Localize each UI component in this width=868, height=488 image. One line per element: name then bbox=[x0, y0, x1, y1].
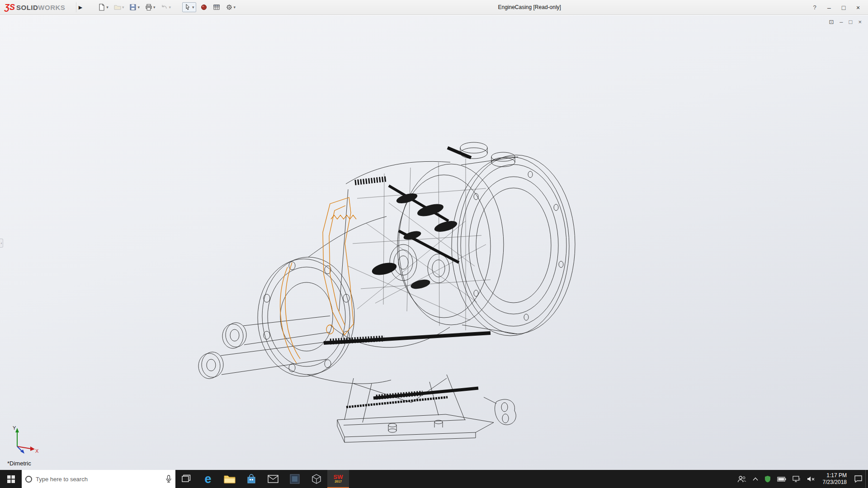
select-tool-button[interactable]: ▾ bbox=[182, 2, 196, 12]
taskbar-app-3d-viewer[interactable] bbox=[306, 470, 327, 488]
open-folder-icon bbox=[114, 4, 121, 11]
taskbar-app-photos[interactable] bbox=[284, 470, 306, 488]
taskbar-app-solidworks-active[interactable]: SW 2017 bbox=[327, 470, 349, 488]
chevron-up-icon bbox=[753, 477, 758, 481]
new-document-icon bbox=[98, 4, 105, 11]
options-button[interactable]: ▾ bbox=[224, 3, 237, 12]
microphone-icon[interactable] bbox=[165, 475, 172, 483]
people-icon bbox=[737, 475, 746, 483]
clock-date: 7/23/2018 bbox=[823, 479, 847, 486]
system-tray: 1:17 PM 7/23/2018 bbox=[734, 470, 868, 488]
network-tray-button[interactable] bbox=[789, 470, 804, 488]
taskbar-app-mail[interactable] bbox=[262, 470, 284, 488]
titlebar: ƷS SOLID WORKS ▶ ▾ ▾ ▾ bbox=[0, 0, 868, 15]
print-icon bbox=[145, 4, 152, 11]
taskbar-app-store[interactable] bbox=[241, 470, 262, 488]
cortana-icon bbox=[25, 476, 32, 483]
maximize-button[interactable]: □ bbox=[836, 4, 851, 11]
x-axis-arrow-icon bbox=[30, 446, 35, 451]
open-button[interactable]: ▾ bbox=[113, 3, 126, 12]
dropdown-arrow-icon[interactable]: ▾ bbox=[153, 5, 156, 9]
print-button[interactable]: ▾ bbox=[144, 3, 157, 12]
undo-icon bbox=[160, 4, 168, 11]
graphics-viewport[interactable]: ⊡ – □ × ‹ bbox=[0, 15, 868, 470]
dropdown-arrow-icon[interactable]: ▾ bbox=[122, 5, 124, 9]
featuremanager-collapsed-tab[interactable]: ‹ bbox=[0, 239, 3, 248]
file-explorer-icon bbox=[224, 474, 236, 484]
photos-icon bbox=[289, 474, 300, 484]
volume-muted-icon bbox=[807, 476, 815, 482]
solidworks-year-badge: 2017 bbox=[335, 480, 342, 483]
task-view-button[interactable] bbox=[175, 470, 197, 488]
action-center-icon bbox=[854, 475, 862, 483]
view-orientation-label: *Dimetric bbox=[7, 460, 31, 467]
engine-model[interactable] bbox=[194, 131, 588, 460]
taskbar-app-file-explorer[interactable] bbox=[219, 470, 241, 488]
windows-logo-icon bbox=[7, 475, 15, 483]
battery-icon bbox=[777, 477, 786, 482]
minimize-button[interactable]: – bbox=[822, 4, 836, 11]
undo-button[interactable]: ▾ bbox=[159, 3, 172, 12]
x-axis-label: X bbox=[35, 448, 39, 454]
help-button[interactable]: ? bbox=[807, 4, 822, 11]
doc-minimize-button[interactable]: – bbox=[840, 19, 843, 25]
solidworks-icon: SW bbox=[334, 474, 343, 480]
defender-shield-icon bbox=[764, 475, 771, 483]
dropdown-arrow-icon[interactable]: ▾ bbox=[192, 5, 194, 9]
start-button[interactable] bbox=[0, 470, 22, 488]
taskbar-search[interactable] bbox=[22, 470, 175, 488]
save-icon bbox=[129, 4, 137, 11]
y-axis-label: Y bbox=[13, 425, 16, 431]
close-button[interactable]: × bbox=[851, 4, 865, 11]
network-icon bbox=[793, 476, 801, 483]
engine-shafts-dark[interactable] bbox=[324, 148, 491, 407]
dropdown-arrow-icon[interactable]: ▾ bbox=[234, 5, 236, 9]
security-tray-button[interactable] bbox=[761, 470, 774, 488]
doc-close-button[interactable]: × bbox=[858, 19, 862, 25]
doc-dock-button[interactable]: ⊡ bbox=[829, 19, 834, 25]
clock-time: 1:17 PM bbox=[826, 472, 847, 479]
show-desktop-button[interactable] bbox=[865, 470, 868, 488]
mail-envelope-icon bbox=[268, 475, 278, 483]
ds-logo-icon: ƷS bbox=[5, 3, 15, 12]
new-document-button[interactable]: ▾ bbox=[97, 3, 110, 12]
people-button[interactable] bbox=[734, 470, 750, 488]
edge-icon: e bbox=[204, 473, 211, 485]
doc-restore-button[interactable]: □ bbox=[849, 19, 853, 25]
main-toolbar: ▾ ▾ ▾ ▾ bbox=[97, 2, 237, 12]
battery-tray-button[interactable] bbox=[774, 470, 789, 488]
store-bag-icon bbox=[246, 474, 256, 484]
menu-flyout-arrow[interactable]: ▶ bbox=[76, 2, 84, 12]
brand-works: WORKS bbox=[38, 4, 65, 11]
dropdown-arrow-icon[interactable]: ▾ bbox=[137, 5, 140, 9]
taskbar-app-edge[interactable]: e bbox=[197, 470, 219, 488]
windows-taskbar: e SW 2017 bbox=[0, 470, 868, 488]
highlighted-component-orange[interactable] bbox=[280, 197, 356, 363]
dropdown-arrow-icon[interactable]: ▾ bbox=[106, 5, 108, 9]
tray-overflow-button[interactable] bbox=[750, 470, 761, 488]
select-cursor-icon bbox=[184, 4, 191, 11]
dropdown-arrow-icon[interactable]: ▾ bbox=[169, 5, 171, 9]
save-button[interactable]: ▾ bbox=[128, 3, 141, 12]
solidworks-logo: ƷS SOLID WORKS bbox=[5, 3, 65, 12]
coordinate-triad: Y X bbox=[11, 425, 40, 455]
table-icon bbox=[213, 4, 220, 11]
design-table-button[interactable] bbox=[212, 3, 222, 12]
gear-icon bbox=[226, 4, 233, 11]
window-controls: ? – □ × bbox=[807, 0, 865, 15]
task-view-icon bbox=[182, 474, 191, 483]
document-window-controls: ⊡ – □ × bbox=[829, 19, 862, 25]
cube-icon bbox=[311, 474, 322, 484]
appearances-button[interactable] bbox=[199, 3, 209, 12]
appearance-sphere-icon bbox=[200, 4, 208, 11]
window-title: EngineCasing [Read-only] bbox=[498, 4, 561, 10]
action-center-button[interactable] bbox=[851, 470, 865, 488]
brand-solid: SOLID bbox=[16, 4, 38, 11]
volume-tray-button[interactable] bbox=[804, 470, 818, 488]
search-input[interactable] bbox=[36, 476, 162, 483]
taskbar-clock[interactable]: 1:17 PM 7/23/2018 bbox=[818, 470, 851, 488]
